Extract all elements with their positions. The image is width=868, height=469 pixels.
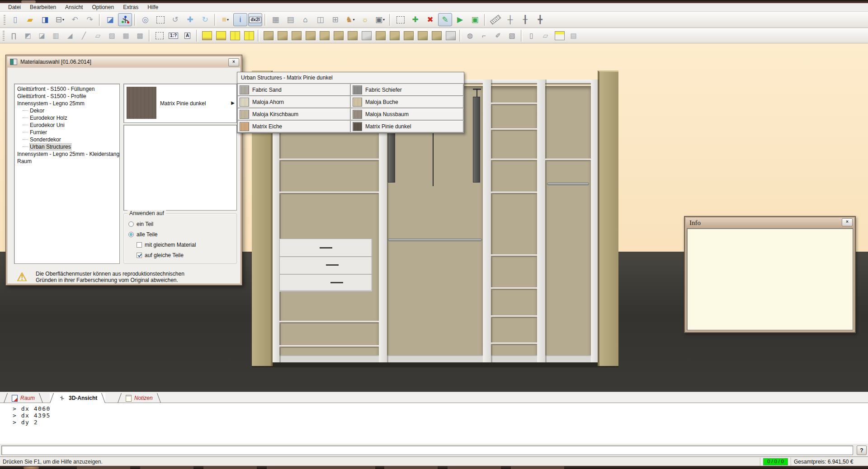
tab-3d-ansicht[interactable]: 3D-Ansicht bbox=[50, 393, 105, 403]
wardrobe-stile[interactable] bbox=[537, 80, 545, 362]
taskbar-button[interactable] bbox=[203, 466, 257, 469]
menu-extras[interactable]: Extras bbox=[118, 3, 143, 11]
3d-viewer-button[interactable]: ◪ bbox=[103, 13, 117, 26]
taskbar-button[interactable] bbox=[77, 466, 130, 469]
bottle-rack-button[interactable]: ◍ bbox=[463, 29, 476, 42]
part-properties-button[interactable]: ▶ bbox=[453, 13, 467, 26]
shelf-inclined-button[interactable]: ◩ bbox=[21, 29, 34, 42]
measure-button[interactable] bbox=[488, 13, 502, 26]
menu-datei[interactable]: Datei bbox=[4, 3, 25, 11]
wardrobe-stile[interactable] bbox=[483, 80, 491, 362]
wardrobe-door-button[interactable] bbox=[416, 29, 429, 42]
clothes-lift-button[interactable]: ∏ bbox=[7, 29, 20, 42]
taskbar-button[interactable] bbox=[448, 466, 501, 469]
command-input[interactable] bbox=[1, 446, 853, 455]
material-option-fabric-sand[interactable]: Fabric Sand bbox=[238, 84, 350, 96]
flyout-arrow-icon[interactable]: ▶ bbox=[231, 100, 235, 105]
corpus-divider-a-button[interactable] bbox=[228, 29, 241, 42]
material-preview-swatch[interactable] bbox=[127, 87, 156, 119]
rotate-view-button[interactable]: ↻ bbox=[198, 13, 212, 26]
checkbox-mit-gleichem-material[interactable]: mit gleichem Material bbox=[137, 242, 196, 248]
add-text-button[interactable]: A bbox=[181, 29, 194, 42]
tall-cabinet-button[interactable]: ▯ bbox=[525, 29, 538, 42]
wardrobe-bottom-panel[interactable] bbox=[273, 355, 598, 362]
new-selection-button[interactable] bbox=[153, 29, 166, 42]
tree-item-sonderdekor[interactable]: Sonderdekor bbox=[14, 136, 119, 143]
drawer-handle[interactable] bbox=[330, 282, 343, 283]
tree-item-eurodekor-holz[interactable]: Eurodekor Holz bbox=[14, 114, 119, 122]
info-close-button[interactable]: × bbox=[842, 218, 853, 226]
material-dialog-titlebar[interactable]: Materialauswahl [01.06.2014] bbox=[7, 56, 241, 67]
drawer-handle[interactable] bbox=[320, 247, 332, 249]
shelf[interactable] bbox=[279, 159, 379, 161]
tree-item-innensystem-legno-25mm-kleiderstange[interactable]: Innensystem - Legno 25mm - Kleiderstange bbox=[14, 150, 119, 158]
room-button[interactable]: ▦ bbox=[269, 13, 283, 26]
menu-bearbeiten[interactable]: Bearbeiten bbox=[25, 3, 61, 11]
material-option-maloja-kirschbaum[interactable]: Maloja Kirschbaum bbox=[238, 108, 350, 120]
plain-panel-button[interactable] bbox=[430, 29, 443, 42]
radio-alle-teile[interactable]: alle Teile bbox=[128, 231, 157, 238]
shelf[interactable] bbox=[491, 192, 537, 194]
taskbar-button[interactable] bbox=[267, 466, 375, 469]
coordinate-axes-button[interactable] bbox=[118, 13, 132, 26]
flap-right-button[interactable] bbox=[346, 29, 359, 42]
grid-snap-button[interactable]: ┼ bbox=[503, 13, 517, 26]
menu-hilfe[interactable]: Hilfe bbox=[143, 3, 163, 11]
material-option-fabric-schiefer[interactable]: Fabric Schiefer bbox=[351, 84, 463, 96]
material-option-matrix-eiche[interactable]: Matrix Eiche bbox=[238, 121, 350, 132]
zoom-window-button[interactable] bbox=[153, 13, 167, 26]
tree-item-gleittürfront-s1500-füllungen[interactable]: Gleittürfront - S1500 - Füllungen bbox=[14, 85, 119, 93]
tree-item-raum[interactable]: Raum bbox=[14, 158, 119, 165]
wardrobe-side-panel-right[interactable] bbox=[598, 70, 618, 366]
material-option-matrix-pinie-dunkel[interactable]: Matrix Pinie dunkel bbox=[351, 121, 463, 132]
command-console[interactable]: > dx 4060> dx 4395> dy 2 bbox=[0, 403, 868, 444]
flap-left-button[interactable] bbox=[332, 29, 345, 42]
drawer-box-button[interactable]: ▧ bbox=[505, 29, 519, 42]
new-document-button[interactable]: ▯ bbox=[8, 13, 22, 26]
radio-ein-teil[interactable]: ein Teil bbox=[128, 221, 153, 227]
material-option-maloja-ahorn[interactable]: Maloja Ahorn bbox=[238, 96, 350, 108]
wardrobe-lift-right[interactable] bbox=[473, 97, 480, 183]
basket-button[interactable]: ▦ bbox=[119, 29, 132, 42]
shelf[interactable] bbox=[491, 342, 537, 345]
cabinet-open-button[interactable] bbox=[262, 29, 275, 42]
corner-desk-button[interactable]: ⌐ bbox=[477, 29, 491, 42]
drawer-handle[interactable] bbox=[326, 264, 339, 266]
delete-part-button[interactable]: ✖ bbox=[423, 13, 437, 26]
window-grid-button[interactable]: ⊞ bbox=[328, 13, 342, 26]
view-previous-button[interactable]: ↺ bbox=[168, 13, 182, 26]
cabinet-corner-button[interactable] bbox=[290, 29, 303, 42]
menu-ansicht[interactable]: Ansicht bbox=[61, 3, 87, 11]
door-panel-button[interactable] bbox=[304, 29, 317, 42]
point-snap-button[interactable]: ╋ bbox=[533, 13, 547, 26]
tree-item-furnier[interactable]: Furnier bbox=[14, 129, 119, 136]
tree-item-dekor[interactable]: Dekor bbox=[14, 107, 119, 114]
help-button[interactable]: ? bbox=[857, 446, 867, 455]
redo-button[interactable]: ↷ bbox=[83, 13, 97, 26]
material-option-maloja-buche[interactable]: Maloja Buche bbox=[351, 96, 463, 108]
paint-material-button[interactable]: ✎ bbox=[438, 13, 452, 26]
start-orb[interactable] bbox=[24, 466, 39, 469]
light-source-button[interactable]: ☼ bbox=[358, 13, 372, 26]
shelf[interactable] bbox=[279, 321, 379, 324]
tab-raum[interactable]: Raum bbox=[4, 393, 43, 403]
pan-button[interactable]: ✚ bbox=[183, 13, 197, 26]
shelf[interactable] bbox=[491, 159, 537, 161]
wire-basket-button[interactable]: ▩ bbox=[133, 29, 146, 42]
info-panel-titlebar[interactable]: Info bbox=[686, 218, 854, 228]
shelf-plain-button[interactable]: ▱ bbox=[539, 29, 552, 42]
tree-item-innensystem-legno-25mm[interactable]: Innensystem - Legno 25mm bbox=[14, 100, 119, 107]
drawer-cabinet-button[interactable] bbox=[402, 29, 415, 42]
rod-diagonal-button[interactable]: ╱ bbox=[77, 29, 90, 42]
zoom-button[interactable]: ◎ bbox=[138, 13, 152, 26]
taskbar-button[interactable] bbox=[140, 466, 193, 469]
scale-ratio-button[interactable]: 1:? bbox=[167, 29, 180, 42]
move-part-button[interactable]: ✚ bbox=[408, 13, 422, 26]
corpus-panel-a-button[interactable] bbox=[200, 29, 213, 42]
clothes-rail[interactable] bbox=[547, 183, 589, 185]
info-mode-button[interactable]: i bbox=[233, 13, 247, 26]
camera-button[interactable]: ▣▾ bbox=[373, 13, 387, 26]
axis-snap-button[interactable]: ╂ bbox=[518, 13, 532, 26]
windows-taskbar[interactable] bbox=[0, 466, 868, 469]
taskbar-button[interactable] bbox=[511, 466, 564, 469]
